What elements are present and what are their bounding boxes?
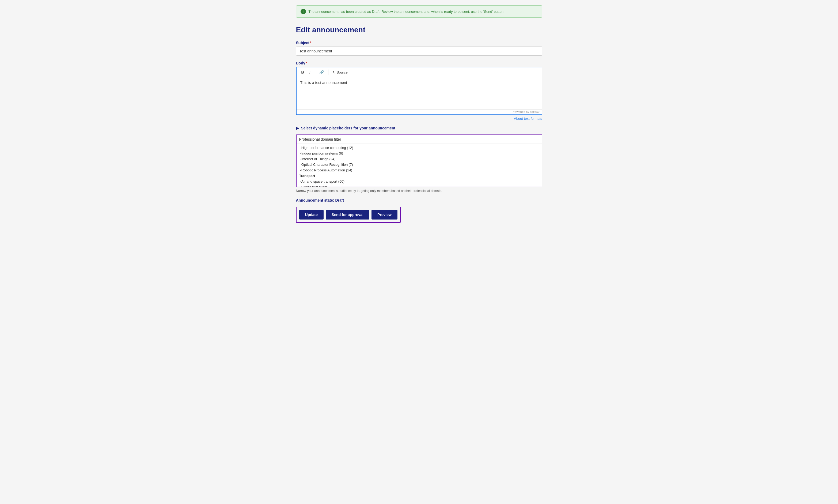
announcement-state: Announcement state: Draft (296, 198, 542, 202)
info-icon: i (301, 9, 306, 14)
body-required-star: * (306, 61, 307, 65)
dynamic-placeholders-section: ▶ Select dynamic placeholders for your a… (296, 126, 542, 193)
source-icon: ↻ (333, 70, 336, 74)
alert-text: The announcement has been created as Dra… (309, 10, 504, 14)
subject-input[interactable] (296, 47, 542, 56)
required-star: * (310, 41, 311, 45)
ckeditor-badge: POWERED BY CKEditor (513, 111, 539, 113)
list-item[interactable]: -Indoor position systems (6) (296, 150, 542, 156)
send-for-approval-button[interactable]: Send for approval (326, 210, 369, 219)
alert-banner: i The announcement has been created as D… (296, 5, 542, 18)
dynamic-placeholders-toggle[interactable]: ▶ Select dynamic placeholders for your a… (296, 126, 542, 130)
action-buttons-section: Update Send for approval Preview (296, 207, 401, 223)
page-wrapper: i The announcement has been created as D… (285, 0, 553, 239)
list-item[interactable]: -High performance computing (12) (296, 145, 542, 150)
list-item[interactable]: -Air and space transport (60) (296, 179, 542, 184)
link-button[interactable]: 🔗 (317, 69, 326, 75)
subject-label: Subject* (296, 41, 542, 45)
source-button[interactable]: ↻ Source (330, 69, 350, 75)
professional-domain-filter: Professional domain filter -High perform… (296, 134, 542, 187)
editor-footer: POWERED BY CKEditor (296, 109, 542, 114)
italic-button[interactable]: I (307, 69, 313, 75)
list-item[interactable]: -Robotic Process Automation (14) (296, 167, 542, 173)
bold-button[interactable]: B (299, 69, 306, 75)
toolbar-divider-2 (328, 70, 328, 75)
filter-label: Professional domain filter (296, 135, 542, 144)
editor-toolbar: B I 🔗 ↻ Source (296, 67, 542, 77)
subject-field-group: Subject* (296, 41, 542, 56)
about-text-formats-link[interactable]: About text formats (296, 116, 542, 121)
toggle-arrow-icon: ▶ (296, 126, 299, 130)
editor-content-area[interactable]: This is a test announcement (296, 77, 542, 109)
preview-button[interactable]: Preview (372, 210, 397, 219)
body-field-group: Body* B I 🔗 ↻ Source This is a test anno… (296, 61, 542, 121)
filter-list[interactable]: -High performance computing (12) -Indoor… (296, 144, 542, 187)
page-title: Edit announcement (296, 26, 542, 34)
toolbar-divider-1 (315, 70, 315, 75)
rich-text-editor: B I 🔗 ↻ Source This is a test announceme… (296, 67, 542, 115)
list-item[interactable]: -Optical Character Recognition (7) (296, 162, 542, 167)
body-label: Body* (296, 61, 542, 65)
filter-hint: Narrow your announcement's audience by t… (296, 189, 542, 193)
list-item[interactable]: -Internet of Things (24) (296, 156, 542, 162)
list-item-category[interactable]: Transport (296, 173, 542, 179)
update-button[interactable]: Update (299, 210, 324, 219)
list-item[interactable]: -Geospatial (133) (296, 184, 542, 187)
